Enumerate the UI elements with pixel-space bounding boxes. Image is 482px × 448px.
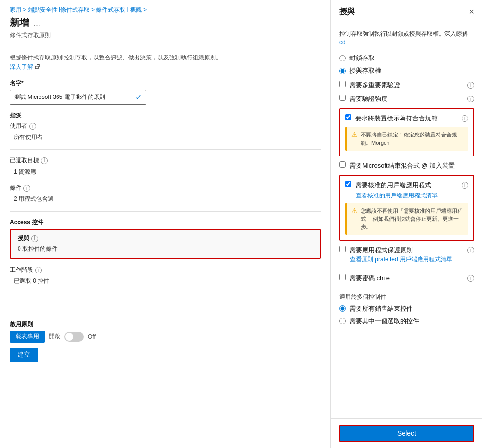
- page-subtitle: 條件式存取原則: [10, 31, 321, 39]
- name-section: 名字* 測試 Microsoft 365 電子郵件的原則 ✓: [10, 79, 321, 105]
- mfa-row: 需要多重要素驗證 i: [339, 81, 474, 90]
- password-change-info-icon[interactable]: i: [467, 275, 474, 282]
- mfa-section: 需要多重要素驗證 i: [339, 81, 474, 90]
- learn-more-link[interactable]: 深入了解: [10, 63, 33, 70]
- compliant-device-warning: ⚠ 不要將自己鎖定！確定您的裝置符合合規範。Morgen: [345, 127, 468, 151]
- checkmark-icon: ✓: [135, 93, 142, 102]
- app-protection-link[interactable]: 查看原則 prate ted 用戶端應用程式清單: [350, 256, 452, 263]
- name-label: 名字*: [10, 79, 321, 88]
- drawer-header: 授與 ×: [331, 0, 482, 22]
- workflow-value: 已選取 0 控件: [10, 276, 321, 286]
- multi-one-radio[interactable]: [339, 318, 346, 324]
- grant-value: 0 取控件的條件: [18, 245, 313, 253]
- app-protection-label[interactable]: 需要應用程式保護原則: [349, 246, 413, 254]
- approved-app-warning: ⚠ 您應該不再使用「需要核准的用戶端應用程式」,例如我們很快就會停止更新。更進一…: [345, 203, 468, 235]
- select-button[interactable]: Select: [339, 425, 474, 442]
- block-access-radio[interactable]: [339, 55, 346, 61]
- assign-label: 指派: [10, 112, 321, 120]
- warning-text: 不要將自己鎖定！確定您的裝置符合合規範。Morgen: [361, 131, 463, 147]
- app-protection-checkbox[interactable]: [339, 246, 346, 252]
- grant-info-icon[interactable]: i: [31, 235, 38, 242]
- grant-access-radio-row[interactable]: 授與存取權: [339, 66, 474, 75]
- approved-app-section: 需要核准的用戶端應用程式 i 查看核准的用戶端應用程式清單 ⚠ 您應該不再使用「…: [339, 175, 474, 241]
- user-label: 使用者 i: [10, 122, 321, 130]
- auth-strength-info-icon[interactable]: i: [467, 96, 474, 102]
- description: 根據條件式存取原則l控制存取，以整合訊號、做出決策，以及強制執行組織原則。 深入…: [10, 53, 321, 72]
- app-protection-row: 需要應用程式保護原則 i: [339, 246, 474, 254]
- hybrid-join-checkbox[interactable]: [339, 161, 346, 168]
- app-protection-section: 需要應用程式保護原則 i 查看原則 prate ted 用戶端應用程式清單: [339, 246, 474, 264]
- auth-strength-checkbox[interactable]: [339, 95, 346, 101]
- compliant-device-section: 要求將裝置標示為符合合規範 i ⚠ 不要將自己鎖定！確定您的裝置符合合規範。Mo…: [339, 108, 474, 156]
- name-input[interactable]: 測試 Microsoft 365 電子郵件的原則 ✓: [10, 90, 146, 105]
- target-label: 已選取目標 i: [10, 156, 321, 165]
- block-access-radio-row[interactable]: 封鎖存取: [339, 54, 474, 62]
- auth-strength-row: 需要驗證強度 i: [339, 95, 474, 103]
- target-section: 已選取目標 i 1 資源應: [10, 156, 321, 177]
- warning-icon: ⚠: [351, 131, 358, 138]
- target-info-icon[interactable]: i: [41, 157, 48, 164]
- compliant-device-checkbox[interactable]: [345, 114, 351, 120]
- close-button[interactable]: ×: [469, 7, 474, 17]
- multi-all-radio[interactable]: [339, 305, 346, 312]
- approved-app-link[interactable]: 查看核准的用戶端應用程式清單: [356, 192, 438, 199]
- drawer-body: 控制存取強制執行以封鎖或授與存取權。深入瞭解 cd 封鎖存取 授與存取權 需要多…: [331, 22, 482, 418]
- auth-strength-section: 需要驗證強度 i: [339, 95, 474, 103]
- mfa-checkbox[interactable]: [339, 81, 346, 87]
- multi-control-label: 適用於多個控制件: [339, 293, 474, 301]
- report-only-toggle[interactable]: 報表專用: [10, 331, 45, 343]
- user-info-icon[interactable]: i: [29, 123, 36, 130]
- password-change-row: 需要密碼 chi e i: [339, 274, 474, 283]
- workflow-section: 工作階段 i 已選取 0 控件: [10, 266, 321, 286]
- assign-section: 指派 使用者 i 所有使用者: [10, 112, 321, 142]
- grant-box: 授與 i 0 取控件的條件: [10, 229, 321, 259]
- condition-value: 2 用程式包含選: [10, 194, 321, 204]
- multi-one-label[interactable]: 需要其中一個選取的控件: [349, 317, 419, 326]
- grant-label: 授與 i: [18, 234, 313, 243]
- auth-strength-label[interactable]: 需要驗證強度: [349, 95, 387, 103]
- page-title: 新增: [10, 16, 29, 29]
- condition-label: 條件 i: [10, 184, 321, 192]
- app-protection-info-icon[interactable]: i: [467, 247, 474, 253]
- breadcrumb-sep3: >: [143, 6, 147, 13]
- password-change-label[interactable]: 需要密碼 chi e: [349, 274, 390, 283]
- approved-app-warning-text: 您應該不再使用「需要核准的用戶端應用程式」,例如我們很快就會停止更新。更進一步。: [361, 207, 463, 231]
- left-panel: 家用 > 端點安全性 l條件式存取 > 條件式存取 l 概觀 > 新增 ... …: [0, 0, 331, 448]
- condition-info-icon[interactable]: i: [23, 185, 30, 192]
- block-access-label[interactable]: 封鎖存取: [349, 54, 375, 62]
- drawer-footer: Select: [331, 418, 482, 448]
- breadcrumb-home[interactable]: 家用: [10, 6, 21, 13]
- approved-app-row: 需要核准的用戶端應用程式 i: [345, 181, 468, 190]
- breadcrumb-sep1: >: [23, 6, 28, 13]
- multi-one-radio-row[interactable]: 需要其中一個選取的控件: [339, 317, 474, 326]
- enable-policy-section: 啟用原則 報表專用 開啟 Off 建立: [10, 313, 321, 362]
- breadcrumb-security[interactable]: 端點安全性 l條件式存取: [28, 6, 90, 13]
- drawer-learn-link[interactable]: cd: [339, 39, 346, 46]
- grant-access-label[interactable]: 授與存取權: [349, 66, 381, 75]
- mfa-label[interactable]: 需要多重要素驗證: [349, 81, 400, 90]
- target-value: 1 資源應: [10, 167, 321, 177]
- approved-app-label[interactable]: 需要核准的用戶端應用程式: [355, 181, 431, 190]
- compliant-device-info-icon[interactable]: i: [462, 115, 468, 122]
- access-label: Access 控件: [10, 218, 321, 227]
- mfa-info-icon[interactable]: i: [467, 82, 474, 89]
- multi-all-radio-row[interactable]: 需要所有銷售結束控件: [339, 304, 474, 313]
- hybrid-join-label[interactable]: 需要Microsoft結束混合式 @ 加入裝置: [349, 161, 455, 170]
- password-change-checkbox[interactable]: [339, 274, 346, 280]
- workflow-info-icon[interactable]: i: [35, 267, 42, 273]
- password-change-section: 需要密碼 chi e i: [339, 274, 474, 283]
- grant-access-radio[interactable]: [339, 68, 346, 74]
- multi-all-label[interactable]: 需要所有銷售結束控件: [349, 304, 413, 313]
- drawer-title: 授與: [339, 7, 355, 17]
- toggle-pill[interactable]: [64, 332, 84, 342]
- breadcrumb-conditional[interactable]: 條件式存取 l 概觀: [96, 6, 141, 13]
- breadcrumb-sep2: >: [91, 6, 96, 13]
- toggle-off-separator: 開啟: [49, 332, 60, 341]
- approved-app-info-icon[interactable]: i: [462, 182, 468, 189]
- create-button[interactable]: 建立: [10, 348, 38, 362]
- hybrid-join-section: 需要Microsoft結束混合式 @ 加入裝置: [339, 161, 474, 170]
- multi-control-section: 適用於多個控制件 需要所有銷售結束控件 需要其中一個選取的控件: [339, 293, 474, 326]
- compliant-device-label[interactable]: 要求將裝置標示為符合合規範: [355, 114, 438, 123]
- compliant-device-row: 要求將裝置標示為符合合規範 i: [345, 114, 468, 123]
- approved-app-checkbox[interactable]: [345, 181, 351, 187]
